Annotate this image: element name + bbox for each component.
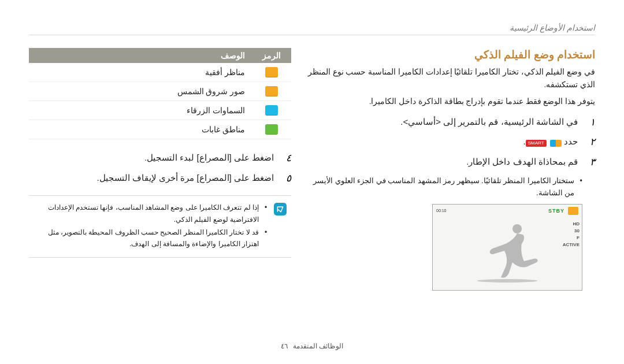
svg-point-1 [477, 279, 537, 283]
header-divider [29, 35, 595, 35]
steps-left: ٤ اضغط على [المصراع] لبدء التسجيل. ٥ اضغ… [29, 150, 291, 187]
note-icon [274, 203, 287, 216]
intro-1: في وضع الفيلم الذكي، تختار الكاميرا تلقا… [305, 66, 595, 92]
step-text: في الشاشة الرئيسية، قم بالتمرير إلى <أسا… [305, 114, 578, 129]
step-1: ١ في الشاشة الرئيسية، قم بالتمرير إلى <أ… [305, 114, 595, 132]
step-5: ٥ اضغط على [المصراع] مرة أخرى لإيقاف الت… [29, 170, 291, 188]
table-row: السماوات الزرقاء [29, 101, 291, 120]
step-3-note: ستختار الكاميرا المنظر تلقائيًا. سيظهر ر… [305, 175, 582, 200]
step-num: ٤ [280, 150, 291, 168]
skater-silhouette [470, 221, 545, 284]
step-text: حدد SMART . [305, 133, 578, 149]
step-text: قم بمحاذاة الهدف داخل الإطار. [305, 154, 578, 169]
section-title: استخدام وضع الفيلم الذكي [305, 48, 595, 61]
step-num: ٥ [280, 170, 291, 188]
stby-label: STBY [548, 208, 564, 214]
right-column: استخدام وضع الفيلم الذكي في وضع الفيلم ا… [305, 48, 595, 291]
th-desc: الوصف [29, 48, 252, 63]
row-desc: صور شروق الشمس [29, 82, 252, 101]
scene-icon [568, 207, 578, 215]
info-item: قد لا تختار الكاميرا المنظر الصحيح حسب ا… [32, 226, 267, 250]
info-item: إذا لم تتعرف الكاميرا على وضع المشاهد ال… [32, 202, 267, 225]
legend-table: الرمز الوصف مناظر أفقية صور شروق الشمس [29, 48, 291, 139]
info-box: إذا لم تتعرف الكاميرا على وضع المشاهد ال… [29, 195, 291, 258]
step-text: اضغط على [المصراع] مرة أخرى لإيقاف التسج… [29, 170, 274, 185]
preview-side-readouts: HD 30 F ACTIVE [563, 221, 580, 248]
camera-preview: STBY 00:10 HD 30 F ACTIVE [432, 204, 582, 291]
preview-top-right: 00:10 [436, 209, 447, 213]
row-desc: مناظر أفقية [29, 63, 252, 82]
readout-active: ACTIVE [563, 242, 580, 248]
table-row: مناظر أفقية [29, 63, 291, 82]
page: استخدام الأوضاع الرئيسية استخدام وضع الف… [0, 0, 624, 364]
info-icon-wrap [273, 202, 288, 251]
svg-point-0 [512, 224, 522, 233]
step-2: ٢ حدد SMART . [305, 133, 595, 151]
step-4: ٤ اضغط على [المصراع] لبدء التسجيل. [29, 150, 291, 168]
readout-f: F [563, 235, 580, 242]
readout-hd: HD [563, 221, 580, 228]
table-row: صور شروق الشمس [29, 82, 291, 101]
video-icon [550, 140, 562, 147]
step-num: ٢ [584, 133, 595, 151]
step-text-label: حدد [564, 136, 578, 146]
sunrise-icon [265, 86, 278, 96]
legend-table-wrap: الرمز الوصف مناظر أفقية صور شروق الشمس [29, 48, 291, 139]
battery-time: 00:10 [436, 209, 447, 213]
row-desc: مناطق غابات [29, 120, 252, 139]
preview-top-left: STBY [548, 207, 578, 215]
footer-page: ٤٦ [281, 342, 288, 350]
smart-badge-label: SMART [526, 140, 547, 147]
steps-right: ١ في الشاشة الرئيسية، قم بالتمرير إلى <أ… [305, 114, 595, 172]
readout-fps: 30 [563, 228, 580, 235]
footer-label: الوظائف المتقدمة [293, 342, 343, 350]
landscape-icon [265, 67, 278, 77]
th-icon: الرمز [252, 48, 291, 63]
preview-topbar: STBY 00:10 [433, 205, 582, 217]
info-list: إذا لم تتعرف الكاميرا على وضع المشاهد ال… [32, 202, 267, 251]
step-3: ٣ قم بمحاذاة الهدف داخل الإطار. [305, 154, 595, 172]
breadcrumb: استخدام الأوضاع الرئيسية [29, 23, 595, 32]
step-num: ٣ [584, 154, 595, 172]
forest-icon [265, 124, 278, 135]
table-row: مناطق غابات [29, 120, 291, 139]
step-num: ١ [584, 114, 595, 132]
step-text: اضغط على [المصراع] لبدء التسجيل. [29, 150, 274, 165]
bluesky-icon [265, 105, 278, 116]
smart-mode-icon: SMART [526, 138, 562, 147]
row-desc: السماوات الزرقاء [29, 101, 252, 120]
left-column: الرمز الوصف مناظر أفقية صور شروق الشمس [29, 48, 291, 291]
page-footer: الوظائف المتقدمة ٤٦ [0, 342, 624, 350]
content-columns: استخدام وضع الفيلم الذكي في وضع الفيلم ا… [29, 48, 595, 291]
intro-2: يتوفر هذا الوضع فقط عندما تقوم بإدراج بط… [305, 95, 595, 108]
